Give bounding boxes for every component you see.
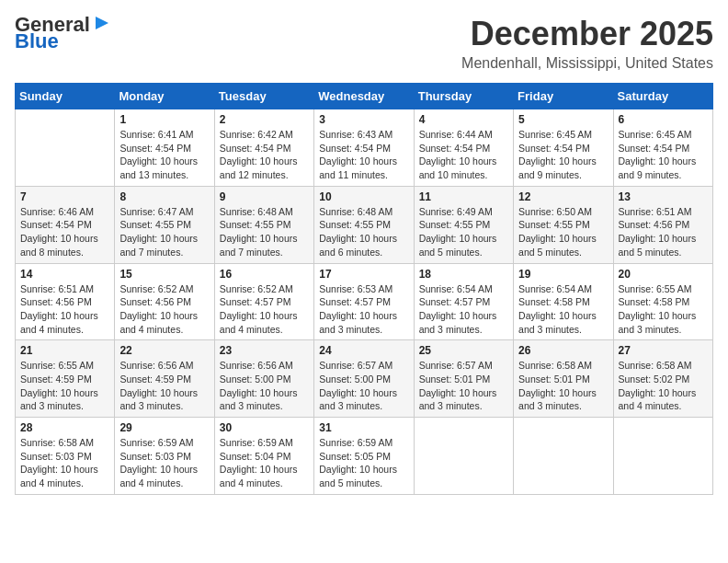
calendar-header-row: SundayMondayTuesdayWednesdayThursdayFrid… (16, 84, 713, 109)
day-number: 21 (20, 344, 109, 357)
calendar-cell: 11Sunrise: 6:49 AM Sunset: 4:55 PM Dayli… (414, 186, 513, 263)
calendar-cell (514, 418, 613, 495)
calendar-cell: 3Sunrise: 6:43 AM Sunset: 4:54 PM Daylig… (314, 109, 414, 187)
day-number: 13 (619, 190, 708, 203)
day-number: 24 (319, 344, 408, 357)
day-info: Sunrise: 6:58 AM Sunset: 5:03 PM Dayligh… (20, 436, 109, 490)
day-number: 4 (419, 113, 508, 126)
day-info: Sunrise: 6:50 AM Sunset: 4:55 PM Dayligh… (518, 205, 608, 259)
calendar-cell: 12Sunrise: 6:50 AM Sunset: 4:55 PM Dayli… (514, 186, 613, 263)
calendar-cell: 8Sunrise: 6:47 AM Sunset: 4:55 PM Daylig… (115, 186, 214, 263)
day-number: 3 (319, 113, 408, 126)
day-info: Sunrise: 6:52 AM Sunset: 4:57 PM Dayligh… (220, 282, 309, 337)
calendar-cell: 29Sunrise: 6:59 AM Sunset: 5:03 PM Dayli… (115, 418, 214, 495)
calendar-cell: 21Sunrise: 6:55 AM Sunset: 4:59 PM Dayli… (16, 340, 115, 418)
day-number: 31 (319, 421, 408, 434)
day-info: Sunrise: 6:43 AM Sunset: 4:54 PM Dayligh… (319, 128, 408, 182)
day-number: 6 (619, 113, 708, 126)
day-info: Sunrise: 6:59 AM Sunset: 5:04 PM Dayligh… (220, 436, 309, 490)
calendar-cell (613, 418, 712, 495)
day-info: Sunrise: 6:59 AM Sunset: 5:05 PM Dayligh… (319, 436, 408, 490)
day-info: Sunrise: 6:49 AM Sunset: 4:55 PM Dayligh… (419, 205, 508, 259)
day-info: Sunrise: 6:48 AM Sunset: 4:55 PM Dayligh… (220, 205, 309, 259)
calendar-cell: 17Sunrise: 6:53 AM Sunset: 4:57 PM Dayli… (314, 263, 414, 340)
calendar-cell: 16Sunrise: 6:52 AM Sunset: 4:57 PM Dayli… (214, 263, 313, 340)
day-info: Sunrise: 6:57 AM Sunset: 5:00 PM Dayligh… (319, 359, 408, 413)
day-info: Sunrise: 6:42 AM Sunset: 4:54 PM Dayligh… (220, 128, 309, 182)
day-info: Sunrise: 6:55 AM Sunset: 4:59 PM Dayligh… (20, 359, 109, 413)
calendar-cell: 4Sunrise: 6:44 AM Sunset: 4:54 PM Daylig… (414, 109, 513, 187)
day-number: 22 (119, 344, 209, 357)
day-info: Sunrise: 6:57 AM Sunset: 5:01 PM Dayligh… (419, 359, 508, 413)
calendar-week-row: 7Sunrise: 6:46 AM Sunset: 4:54 PM Daylig… (16, 186, 713, 263)
day-number: 10 (319, 190, 408, 203)
day-number: 30 (220, 421, 309, 434)
day-info: Sunrise: 6:45 AM Sunset: 4:54 PM Dayligh… (518, 128, 608, 182)
day-info: Sunrise: 6:56 AM Sunset: 4:59 PM Dayligh… (119, 359, 209, 413)
day-number: 15 (119, 268, 209, 281)
calendar-cell: 14Sunrise: 6:51 AM Sunset: 4:56 PM Dayli… (16, 263, 115, 340)
calendar-cell: 19Sunrise: 6:54 AM Sunset: 4:58 PM Dayli… (514, 263, 613, 340)
day-number: 23 (220, 344, 309, 357)
page-header: General Blue December 2025 Mendenhall, M… (15, 15, 713, 72)
day-number: 18 (419, 268, 508, 281)
day-info: Sunrise: 6:45 AM Sunset: 4:54 PM Dayligh… (619, 128, 708, 182)
day-number: 28 (20, 421, 109, 434)
calendar-cell: 24Sunrise: 6:57 AM Sunset: 5:00 PM Dayli… (314, 340, 414, 418)
day-number: 19 (518, 268, 608, 281)
day-number: 11 (419, 190, 508, 203)
day-info: Sunrise: 6:46 AM Sunset: 4:54 PM Dayligh… (20, 205, 109, 259)
day-number: 29 (119, 421, 209, 434)
day-number: 8 (119, 190, 209, 203)
calendar-cell: 20Sunrise: 6:55 AM Sunset: 4:58 PM Dayli… (613, 263, 712, 340)
calendar-cell: 22Sunrise: 6:56 AM Sunset: 4:59 PM Dayli… (115, 340, 214, 418)
day-number: 20 (619, 268, 708, 281)
calendar-table: SundayMondayTuesdayWednesdayThursdayFrid… (15, 83, 713, 495)
day-number: 14 (20, 268, 109, 281)
logo-blue-text: Blue (15, 31, 59, 52)
day-number: 27 (619, 344, 708, 357)
day-number: 9 (220, 190, 309, 203)
day-info: Sunrise: 6:51 AM Sunset: 4:56 PM Dayligh… (20, 282, 109, 337)
day-info: Sunrise: 6:51 AM Sunset: 4:56 PM Dayligh… (619, 205, 708, 259)
day-number: 7 (20, 190, 109, 203)
day-info: Sunrise: 6:54 AM Sunset: 4:58 PM Dayligh… (518, 282, 608, 337)
day-number: 5 (518, 113, 608, 126)
calendar-cell: 31Sunrise: 6:59 AM Sunset: 5:05 PM Dayli… (314, 418, 414, 495)
day-of-week-header: Sunday (16, 84, 115, 109)
svg-marker-0 (96, 17, 108, 29)
day-info: Sunrise: 6:59 AM Sunset: 5:03 PM Dayligh… (119, 436, 209, 490)
day-info: Sunrise: 6:54 AM Sunset: 4:57 PM Dayligh… (419, 282, 508, 337)
day-info: Sunrise: 6:55 AM Sunset: 4:58 PM Dayligh… (619, 282, 708, 337)
day-info: Sunrise: 6:58 AM Sunset: 5:02 PM Dayligh… (619, 359, 708, 413)
calendar-cell: 13Sunrise: 6:51 AM Sunset: 4:56 PM Dayli… (613, 186, 712, 263)
day-number: 1 (119, 113, 209, 126)
month-title: December 2025 (461, 15, 713, 53)
calendar-cell: 1Sunrise: 6:41 AM Sunset: 4:54 PM Daylig… (115, 109, 214, 187)
calendar-cell: 18Sunrise: 6:54 AM Sunset: 4:57 PM Dayli… (414, 263, 513, 340)
day-info: Sunrise: 6:41 AM Sunset: 4:54 PM Dayligh… (119, 128, 209, 182)
calendar-cell: 15Sunrise: 6:52 AM Sunset: 4:56 PM Dayli… (115, 263, 214, 340)
day-number: 26 (518, 344, 608, 357)
day-info: Sunrise: 6:52 AM Sunset: 4:56 PM Dayligh… (119, 282, 209, 337)
calendar-cell: 2Sunrise: 6:42 AM Sunset: 4:54 PM Daylig… (214, 109, 313, 187)
day-of-week-header: Monday (115, 84, 214, 109)
calendar-cell: 10Sunrise: 6:48 AM Sunset: 4:55 PM Dayli… (314, 186, 414, 263)
day-number: 25 (419, 344, 508, 357)
day-info: Sunrise: 6:56 AM Sunset: 5:00 PM Dayligh… (220, 359, 309, 413)
day-info: Sunrise: 6:58 AM Sunset: 5:01 PM Dayligh… (518, 359, 608, 413)
calendar-cell: 9Sunrise: 6:48 AM Sunset: 4:55 PM Daylig… (214, 186, 313, 263)
day-of-week-header: Tuesday (214, 84, 313, 109)
calendar-week-row: 1Sunrise: 6:41 AM Sunset: 4:54 PM Daylig… (16, 109, 713, 187)
calendar-cell: 25Sunrise: 6:57 AM Sunset: 5:01 PM Dayli… (414, 340, 513, 418)
calendar-cell: 27Sunrise: 6:58 AM Sunset: 5:02 PM Dayli… (613, 340, 712, 418)
day-of-week-header: Thursday (414, 84, 513, 109)
day-of-week-header: Friday (514, 84, 613, 109)
calendar-week-row: 28Sunrise: 6:58 AM Sunset: 5:03 PM Dayli… (16, 418, 713, 495)
logo: General Blue (15, 15, 112, 52)
calendar-cell (16, 109, 115, 187)
day-info: Sunrise: 6:47 AM Sunset: 4:55 PM Dayligh… (119, 205, 209, 259)
location-title: Mendenhall, Mississippi, United States (461, 55, 713, 72)
logo-arrow-icon (92, 13, 112, 33)
day-number: 16 (220, 268, 309, 281)
